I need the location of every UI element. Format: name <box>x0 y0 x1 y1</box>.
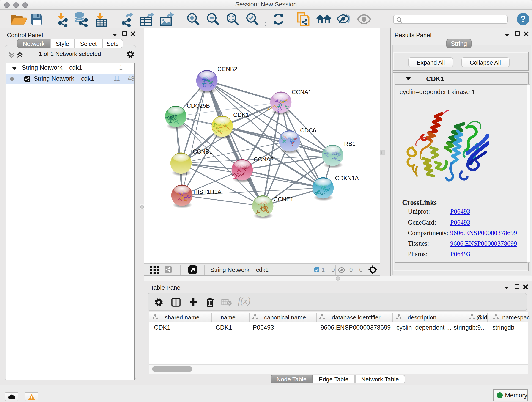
svg-text:CCNB1: CCNB1 <box>193 148 213 155</box>
svg-text:RB1: RB1 <box>344 140 355 147</box>
svg-text:CDKN1A: CDKN1A <box>335 175 359 181</box>
svg-text:CCNA1: CCNA1 <box>292 89 312 95</box>
svg-text:CDC25B: CDC25B <box>187 102 210 109</box>
svg-text:HIST1H1A: HIST1H1A <box>193 189 222 195</box>
svg-text:CCNA2: CCNA2 <box>254 156 273 162</box>
svg-text:CCNE1: CCNE1 <box>273 196 293 202</box>
svg-text:CCNB2: CCNB2 <box>217 66 237 72</box>
svg-text:CDC6: CDC6 <box>300 127 316 134</box>
svg-text:CDK1: CDK1 <box>233 112 249 118</box>
